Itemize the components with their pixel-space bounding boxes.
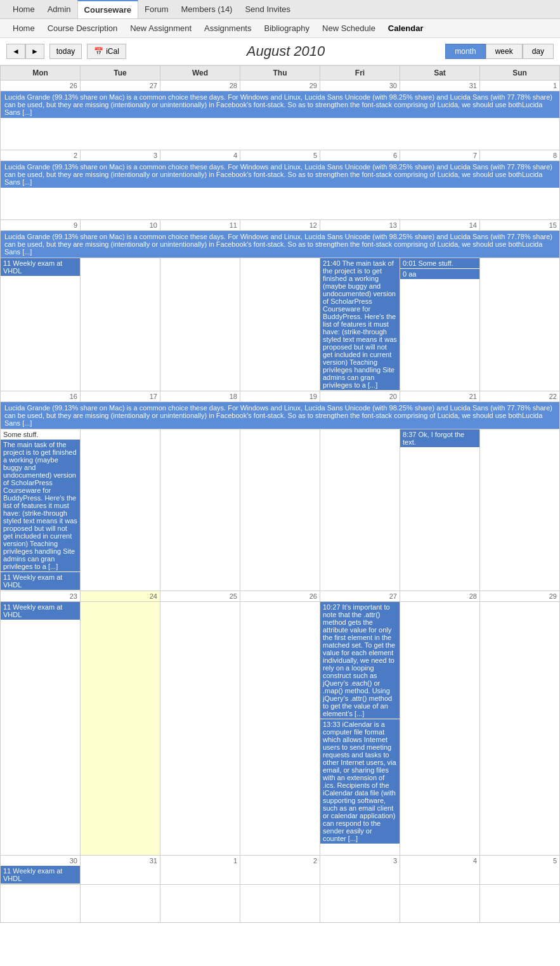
cell-jul28: 28: [160, 81, 240, 91]
date-aug11: 11: [160, 220, 240, 230]
subnav-new-assignment[interactable]: New Assignment: [124, 20, 198, 37]
cell-aug20: 20: [320, 391, 400, 402]
nav-send-invites[interactable]: Send Invites: [238, 1, 297, 18]
subnav-home[interactable]: Home: [6, 20, 41, 37]
header-sun: Sun: [480, 66, 560, 81]
cell-aug14: 14: [400, 220, 480, 231]
date-aug27: 27: [320, 591, 400, 601]
calendar-header-row: Mon Tue Wed Thu Fri Sat Sun: [1, 66, 560, 81]
event-001[interactable]: 0:01 Some stuff.: [400, 258, 479, 268]
cell-aug27b: 10:27 It’s important to note that the .a…: [320, 602, 400, 856]
event-837[interactable]: 8:37 Ok, I forgot the text.: [400, 429, 479, 447]
cell-aug18: 18: [160, 391, 240, 402]
cell-aug13: 13: [320, 220, 400, 231]
cell-aug10: 10: [81, 220, 160, 231]
cell-aug4: 4: [160, 150, 240, 161]
top-nav: Home Admin Courseware Forum Members (14)…: [0, 0, 560, 19]
event-1027[interactable]: 10:27 It’s important to note that the .a…: [320, 602, 400, 719]
banner-cell-1: Lucida Grande (99.13% share on Mac) is a…: [1, 91, 560, 150]
calendar-row-2: 2 3 4 5 6 7 8: [1, 150, 560, 161]
date-aug6: 6: [320, 150, 400, 160]
cell-jul29: 29: [240, 81, 320, 91]
subnav-assignments[interactable]: Assignments: [198, 20, 257, 37]
date-aug17: 17: [81, 391, 160, 401]
cell-sep4b: [400, 885, 480, 923]
event-weekly-30[interactable]: 11 Weekly exam at VHDL: [1, 866, 80, 884]
cell-aug6: 6: [320, 150, 400, 161]
nav-home[interactable]: Home: [6, 1, 41, 18]
cell-aug29b: [480, 602, 560, 856]
cell-aug24b: [81, 602, 160, 856]
sub-nav: Home Course Description New Assignment A…: [0, 19, 560, 38]
nav-forum[interactable]: Forum: [138, 1, 175, 18]
cell-aug29: 29: [480, 591, 560, 602]
subnav-course-desc[interactable]: Course Description: [41, 20, 124, 37]
cell-aug28b: [400, 602, 480, 856]
event-some-stuff-16[interactable]: Some stuff.: [1, 429, 80, 440]
view-month-button[interactable]: month: [445, 44, 485, 59]
date-aug25: 25: [160, 591, 240, 601]
prev-button[interactable]: ◄: [6, 44, 25, 59]
view-week-button[interactable]: week: [486, 44, 523, 59]
header-fri: Fri: [320, 66, 400, 81]
cell-aug17: 17: [81, 391, 160, 402]
cell-aug7: 7: [400, 150, 480, 161]
date-sep3: 3: [320, 856, 400, 866]
subnav-new-schedule[interactable]: New Schedule: [316, 20, 382, 37]
cell-aug30b: [1, 885, 81, 923]
subnav-bibliography[interactable]: Bibliography: [257, 20, 316, 37]
date-aug18: 18: [160, 391, 240, 401]
event-2140[interactable]: 21:40 The main task of the project is to…: [320, 258, 400, 390]
today-button[interactable]: today: [49, 44, 82, 59]
cell-aug9: 9: [1, 220, 81, 231]
banner-cell-2: Lucida Grande (99.13% share on Mac) is a…: [1, 161, 560, 220]
banner-row-4: Lucida Grande (99.13% share on Mac) is a…: [1, 402, 560, 429]
cell-aug1: 1: [480, 81, 560, 91]
date-jul27: 27: [81, 81, 160, 91]
calendar-toolbar: ◄ ► today 📅 iCal August 2010 month week …: [0, 38, 560, 65]
cell-aug22: 22: [480, 391, 560, 402]
next-button[interactable]: ►: [25, 44, 44, 59]
cell-aug26b: [240, 602, 320, 856]
cell-aug8: 8: [480, 150, 560, 161]
date-aug28: 28: [400, 591, 479, 601]
date-aug1: 1: [480, 81, 559, 91]
header-tue: Tue: [81, 66, 160, 81]
nav-courseware[interactable]: Courseware: [77, 0, 138, 18]
subnav-calendar[interactable]: Calendar: [382, 20, 430, 37]
cell-sep3: 3: [320, 856, 400, 885]
cell-aug5: 5: [240, 150, 320, 161]
event-weekly-9[interactable]: 11 Weekly exam at VHDL: [1, 258, 80, 276]
cell-aug12: 12: [240, 220, 320, 231]
banner-text-1[interactable]: Lucida Grande (99.13% share on Mac) is a…: [1, 91, 559, 118]
view-day-button[interactable]: day: [523, 44, 554, 59]
banner-text-2[interactable]: Lucida Grande (99.13% share on Mac) is a…: [1, 161, 559, 188]
nav-admin[interactable]: Admin: [41, 1, 77, 18]
date-aug7: 7: [400, 150, 479, 160]
date-jul26: 26: [1, 81, 80, 91]
date-aug26: 26: [240, 591, 320, 601]
date-aug20: 20: [320, 391, 400, 401]
banner-cell-4: Lucida Grande (99.13% share on Mac) is a…: [1, 402, 560, 429]
event-main-task-16[interactable]: The main task of the project is to get f…: [1, 440, 80, 571]
event-weekly-23[interactable]: 11 Weekly exam at VHDL: [1, 602, 80, 620]
date-aug8: 8: [480, 150, 559, 160]
banner-text-3[interactable]: Lucida Grande (99.13% share on Mac) is a…: [1, 231, 559, 258]
cell-aug12b: [240, 258, 320, 391]
ical-button[interactable]: 📅 iCal: [87, 44, 126, 59]
banner-row-3: Lucida Grande (99.13% share on Mac) is a…: [1, 231, 560, 258]
banner-text-4[interactable]: Lucida Grande (99.13% share on Mac) is a…: [1, 402, 559, 429]
date-aug15: 15: [480, 220, 559, 230]
date-aug5: 5: [240, 150, 320, 160]
event-0aa[interactable]: 0 aa: [400, 269, 479, 279]
event-1333[interactable]: 13:33 iCalendar is a computer file forma…: [320, 719, 400, 844]
nav-members[interactable]: Members (14): [175, 1, 239, 18]
cell-aug16b: Some stuff. The main task of the project…: [1, 429, 81, 591]
date-aug22: 22: [480, 391, 559, 401]
cell-aug31b: [81, 885, 160, 923]
date-aug2: 2: [1, 150, 80, 160]
cell-jul30: 30: [320, 81, 400, 91]
event-weekly-16[interactable]: 11 Weekly exam at VHDL: [1, 572, 80, 590]
cell-sep3b: [320, 885, 400, 923]
cell-aug23: 23: [1, 591, 81, 602]
